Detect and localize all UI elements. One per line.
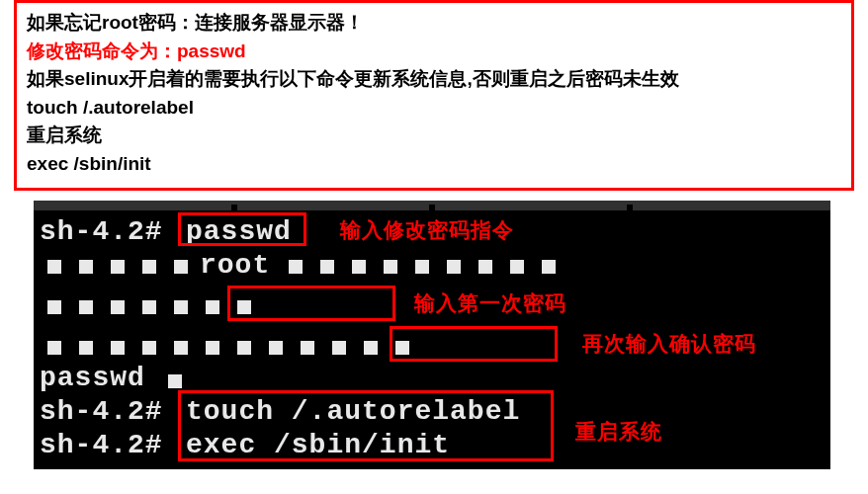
instruction-line-1: 如果忘记root密码：连接服务器显示器！: [27, 9, 841, 38]
censor-row-3: [47, 341, 409, 355]
annotation-restart: 重启系统: [575, 418, 662, 446]
highlight-password-2: [390, 326, 558, 362]
root-label: root: [200, 250, 270, 281]
passwd-result: passwd: [40, 363, 145, 393]
annotation-passwd: 输入修改密码指令: [340, 216, 514, 244]
instruction-line-2: 修改密码命令为：passwd: [27, 38, 841, 66]
highlight-password-1: [227, 286, 395, 321]
instruction-line-4: touch /.autorelabel: [27, 94, 841, 123]
censor-row-1: [47, 260, 188, 274]
annotation-password-1: 输入第一次密码: [414, 289, 566, 317]
instruction-line-6: exec /sbin/init: [27, 150, 841, 179]
prompt-1: sh-4.2#: [40, 216, 163, 247]
prompt-3: sh-4.2#: [40, 430, 163, 460]
censor-row-4: [168, 374, 182, 388]
highlight-passwd: [178, 212, 306, 246]
instruction-box: 如果忘记root密码：连接服务器显示器！ 修改密码命令为：passwd 如果se…: [14, 0, 854, 191]
prompt-2: sh-4.2#: [40, 396, 163, 427]
terminal: sh-4.2# passwd 输入修改密码指令 root 输入第一次密码 再次输…: [34, 201, 830, 469]
terminal-screenshot: sh-4.2# passwd 输入修改密码指令 root 输入第一次密码 再次输…: [34, 201, 830, 469]
censor-row-2: [47, 300, 251, 314]
instruction-line-5: 重启系统: [27, 122, 841, 150]
censor-row-1b: [289, 260, 556, 274]
instruction-line-3: 如果selinux开启着的需要执行以下命令更新系统信息,否则重启之后密码未生效: [27, 65, 841, 94]
highlight-restart-cmds: [178, 390, 554, 461]
annotation-password-2: 再次输入确认密码: [582, 330, 756, 358]
